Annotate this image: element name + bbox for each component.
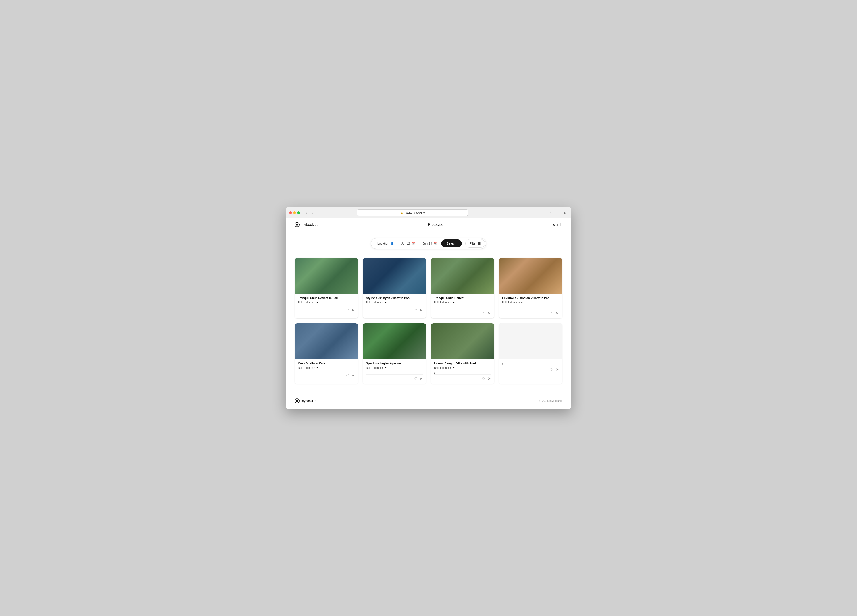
close-button[interactable] xyxy=(289,211,292,214)
share-button-8[interactable]: ➤ xyxy=(555,367,559,372)
tabs-button[interactable]: ⧉ xyxy=(562,210,568,215)
favorite-button-4[interactable]: ♡ xyxy=(549,310,554,316)
hotel-info-5: Cozy Studio in Kuta Bali, Indonesia ★ ♡ … xyxy=(295,359,358,381)
share-button-5[interactable]: ➤ xyxy=(351,373,355,378)
browser-navigation: ‹ › xyxy=(303,210,316,215)
rating-icon-2: ★ xyxy=(385,301,387,304)
hotel-info-6: Spacious Legian Apartment Bali, Indonesi… xyxy=(363,359,426,384)
hotel-actions-6: ♡ ➤ xyxy=(366,374,423,381)
hotel-card-1[interactable]: Tranquil Ubud Retreat in Bali Bali, Indo… xyxy=(295,258,358,319)
hotel-card-3[interactable]: Tranquil Ubud Retreat Bali, Indonesia ★ … xyxy=(431,258,494,319)
hotel-info-1: Tranquil Ubud Retreat in Bali Bali, Indo… xyxy=(295,293,358,315)
favorite-button-7[interactable]: ♡ xyxy=(481,376,486,381)
address-bar[interactable]: 🔒 hotels.mybookr.io xyxy=(357,210,469,216)
favorite-button-8[interactable]: ♡ xyxy=(549,367,554,372)
search-button[interactable]: Search xyxy=(441,239,462,247)
share-button-6[interactable]: ➤ xyxy=(419,376,423,381)
location-field[interactable]: Location 👤 xyxy=(375,240,397,247)
share-button-4[interactable]: ➤ xyxy=(555,310,559,316)
browser-chrome: ‹ › 🔒 hotels.mybookr.io ↑ + ⧉ xyxy=(286,207,571,218)
hotel-image-2 xyxy=(363,258,426,293)
favorite-button-2[interactable]: ♡ xyxy=(413,307,417,313)
hotel-name-5: Cozy Studio in Kuta xyxy=(298,362,355,366)
hotel-name-1: Tranquil Ubud Retreat in Bali xyxy=(298,296,355,300)
share-button[interactable]: ↑ xyxy=(548,210,554,215)
forward-button[interactable]: › xyxy=(310,210,316,215)
hotel-image-1 xyxy=(295,258,358,293)
rating-icon-3: ★ xyxy=(453,301,455,304)
new-tab-button[interactable]: + xyxy=(555,210,561,215)
hotel-location-5: Bali, Indonesia ★ xyxy=(298,366,355,369)
hotel-card-7[interactable]: Luxury Canggu Villa with Pool Bali, Indo… xyxy=(431,323,494,384)
copyright-text: © 2024, mybookr.io xyxy=(539,399,562,403)
hotel-price-7: : xyxy=(434,371,491,374)
checkout-field[interactable]: Jun 29 📅 xyxy=(420,240,439,247)
checkin-label: Jun 28 xyxy=(401,242,411,245)
hotel-info-2: Stylish Seminyak Villa with Pool Bali, I… xyxy=(363,293,426,315)
logo-area: mybookr.io xyxy=(295,222,319,227)
favorite-button-5[interactable]: ♡ xyxy=(345,373,349,378)
rating-icon-1: ★ xyxy=(317,301,319,304)
hotel-card-4[interactable]: Luxurious Jimbaran Villa with Pool Bali,… xyxy=(499,258,562,319)
filter-label: Filter xyxy=(470,242,476,245)
rating-icon-6: ★ xyxy=(385,367,387,369)
traffic-lights xyxy=(289,211,300,214)
favorite-button-3[interactable]: ♡ xyxy=(481,310,486,316)
logo-icon xyxy=(295,222,300,227)
minimize-button[interactable] xyxy=(293,211,296,214)
sign-in-button[interactable]: Sign in xyxy=(553,223,562,227)
footer-logo-inner xyxy=(296,400,298,402)
share-button-7[interactable]: ➤ xyxy=(487,376,491,381)
hotel-image-3 xyxy=(431,258,494,293)
maximize-button[interactable] xyxy=(297,211,300,214)
hotel-grid: Tranquil Ubud Retreat in Bali Bali, Indo… xyxy=(286,253,571,388)
logo-inner xyxy=(296,224,298,225)
rating-icon-7: ★ xyxy=(453,367,455,369)
footer-logo-icon xyxy=(295,398,300,403)
hotel-card-5[interactable]: Cozy Studio in Kuta Bali, Indonesia ★ ♡ … xyxy=(295,323,358,384)
share-button-3[interactable]: ➤ xyxy=(487,310,491,316)
filter-button[interactable]: Filter ☰ xyxy=(465,239,485,248)
hotel-image-4 xyxy=(499,258,562,293)
hotel-card-2[interactable]: Stylish Seminyak Villa with Pool Bali, I… xyxy=(363,258,426,319)
hotel-name-7: Luxury Canggu Villa with Pool xyxy=(434,362,491,366)
share-button-2[interactable]: ➤ xyxy=(419,307,423,313)
hotel-card-8[interactable]: 5 ♡ ➤ xyxy=(499,323,562,384)
hotel-location-2: Bali, Indonesia ★ xyxy=(366,301,423,304)
hotel-name-2: Stylish Seminyak Villa with Pool xyxy=(366,296,423,300)
favorite-button-6[interactable]: ♡ xyxy=(413,376,417,381)
hotel-location-4: Bali, Indonesia ★ xyxy=(502,301,559,304)
search-bar: Location 👤 Jun 28 📅 Jun 29 📅 Search Filt… xyxy=(371,238,486,249)
share-button-1[interactable]: ➤ xyxy=(351,307,355,313)
page-content: mybookr.io Prototype Sign in Location 👤 … xyxy=(286,218,571,409)
hotel-image-5 xyxy=(295,323,358,359)
hotel-actions-4: ♡ ➤ xyxy=(502,309,559,316)
footer-logo-text: mybookr.io xyxy=(301,399,317,403)
person-icon: 👤 xyxy=(391,242,394,245)
calendar-icon-2: 📅 xyxy=(433,242,437,245)
hotel-card-6[interactable]: Spacious Legian Apartment Bali, Indonesi… xyxy=(363,323,426,384)
hotel-location-3: Bali, Indonesia ★ xyxy=(434,301,491,304)
checkin-field[interactable]: Jun 28 📅 xyxy=(399,240,418,247)
logo-text: mybookr.io xyxy=(301,223,319,227)
back-button[interactable]: ‹ xyxy=(303,210,309,215)
hotel-actions-5: ♡ ➤ xyxy=(298,371,355,378)
footer-logo: mybookr.io xyxy=(295,398,317,403)
browser-window: ‹ › 🔒 hotels.mybookr.io ↑ + ⧉ mybookr.io… xyxy=(286,207,571,409)
hotel-price-4: : xyxy=(502,306,559,309)
hotel-location-6: Bali, Indonesia ★ xyxy=(366,366,423,369)
site-title: Prototype xyxy=(319,223,553,227)
search-section: Location 👤 Jun 28 📅 Jun 29 📅 Search Filt… xyxy=(286,232,571,253)
hotel-location-7: Bali, Indonesia ★ xyxy=(434,366,491,369)
hotel-info-3: Tranquil Ubud Retreat Bali, Indonesia ★ … xyxy=(431,293,494,318)
hotel-info-7: Luxury Canggu Villa with Pool Bali, Indo… xyxy=(431,359,494,384)
location-label: Location xyxy=(377,242,389,245)
favorite-button-1[interactable]: ♡ xyxy=(345,307,349,313)
hotel-location-1: Bali, Indonesia ★ xyxy=(298,301,355,304)
site-footer: mybookr.io © 2024, mybookr.io xyxy=(286,393,571,409)
url-text: hotels.mybookr.io xyxy=(404,211,425,214)
hotel-name-3: Tranquil Ubud Retreat xyxy=(434,296,491,300)
hotel-actions-7: ♡ ➤ xyxy=(434,374,491,381)
checkout-label: Jun 29 xyxy=(423,242,432,245)
rating-icon-4: ★ xyxy=(521,301,523,304)
